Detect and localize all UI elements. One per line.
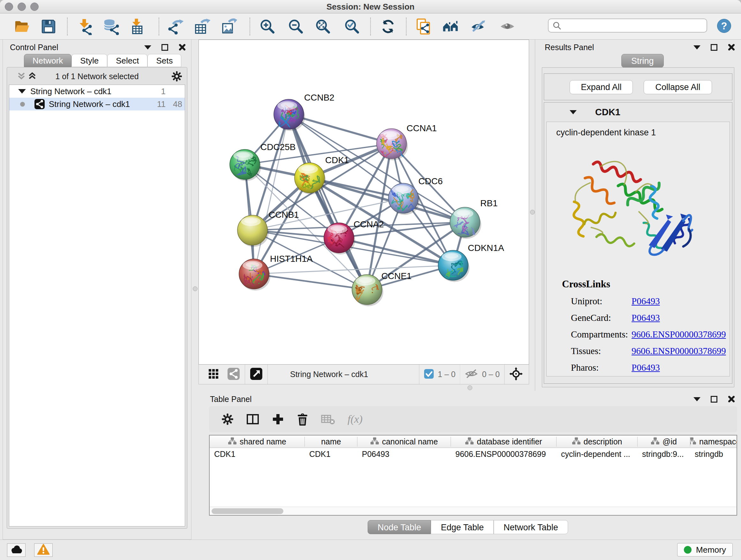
network-edge[interactable]	[254, 274, 367, 290]
table-cell[interactable]: P06493	[357, 448, 451, 460]
column-header-namespace[interactable]: namespace	[690, 435, 737, 448]
hide-selected-button[interactable]	[471, 19, 485, 34]
memory-button[interactable]: Memory	[677, 543, 733, 557]
first-neighbors-button[interactable]	[444, 19, 458, 34]
show-columns-button[interactable]	[246, 413, 259, 426]
expand-collapse-icon[interactable]	[18, 89, 26, 94]
crosslink-link[interactable]: P06493	[631, 313, 660, 323]
network-tree-row[interactable]: String Network – cdk11	[9, 85, 185, 98]
table-cell[interactable]: 9606.ENSP00000378699	[451, 448, 556, 460]
zoom-out-button[interactable]	[289, 19, 303, 34]
shared-column-icon	[572, 437, 581, 447]
hidden-count: 0 – 0	[482, 370, 500, 379]
delete-column-button[interactable]	[296, 413, 309, 426]
column-header-database-identifier[interactable]: database identifier	[451, 435, 556, 448]
export-network-button[interactable]	[169, 19, 183, 34]
show-all-button[interactable]	[500, 19, 515, 34]
clone-network-button[interactable]	[416, 19, 430, 34]
crosslink-link[interactable]: P06493	[631, 362, 660, 373]
save-session-button[interactable]	[42, 19, 56, 34]
tab-node-table[interactable]: Node Table	[367, 520, 431, 534]
zoom-selected-button[interactable]	[345, 19, 359, 34]
apply-layout-button[interactable]	[381, 19, 395, 34]
column-header-canonical-name[interactable]: canonical name	[357, 435, 451, 448]
expand-all-button[interactable]: Expand All	[569, 80, 633, 94]
import-table-button[interactable]	[130, 19, 144, 34]
crosslink-link[interactable]: 9606.ENSP00000378699	[631, 329, 726, 340]
column-header-name[interactable]: name	[305, 435, 357, 448]
detach-view-button[interactable]	[250, 367, 263, 382]
crosslink-link[interactable]: P06493	[631, 296, 660, 307]
tab-string[interactable]: String	[621, 54, 664, 68]
left-splitter-handle[interactable]	[193, 287, 198, 291]
network-node-CDC6[interactable]: CDC6	[388, 176, 443, 215]
export-image-button[interactable]	[222, 19, 236, 34]
results-panel-title: Results Panel	[545, 43, 594, 52]
float-panel-icon[interactable]	[711, 44, 718, 51]
panel-menu-icon[interactable]	[144, 45, 151, 50]
table-cell[interactable]: CDK1	[210, 448, 305, 460]
panel-menu-icon[interactable]	[693, 397, 700, 401]
column-header-@id[interactable]: @id	[637, 435, 690, 448]
zoom-fit-button[interactable]	[316, 19, 330, 34]
column-label: description	[584, 437, 622, 446]
tab-sets[interactable]: Sets	[147, 54, 181, 67]
node-label: CDC6	[418, 176, 443, 186]
crosslink-link[interactable]: 9606.ENSP00000378699	[631, 346, 726, 356]
column-label: namespace	[699, 437, 737, 446]
column-header-description[interactable]: description	[556, 435, 637, 448]
gene-entry-header[interactable]: CDK1	[544, 103, 732, 122]
network-tree-row[interactable]: String Network – cdk11148	[9, 98, 185, 111]
table-horizontal-scrollbar[interactable]	[210, 507, 737, 515]
table-options-gear-icon[interactable]	[221, 413, 234, 426]
export-table-button[interactable]	[195, 19, 209, 34]
selected-items-icon[interactable]	[424, 369, 434, 380]
add-column-button[interactable]	[272, 413, 284, 426]
tab-network[interactable]: Network	[24, 54, 71, 67]
shared-column-icon	[690, 437, 696, 447]
cloud-status-button[interactable]	[7, 543, 25, 557]
close-panel-icon[interactable]	[728, 395, 735, 403]
network-options-gear-icon[interactable]	[171, 71, 183, 83]
bottom-splitter-handle[interactable]	[468, 385, 472, 390]
string-app-icon	[34, 99, 45, 112]
gene-description: cyclin-dependent kinase 1	[556, 128, 656, 138]
network-node-CCNA1[interactable]: CCNA1	[377, 123, 437, 160]
tab-network-table[interactable]: Network Table	[494, 520, 568, 534]
collapse-all-button[interactable]: Collapse All	[644, 80, 712, 94]
network-node-CDKN1A[interactable]: CDKN1A	[438, 243, 504, 282]
delete-table-button	[321, 414, 335, 425]
right-splitter-handle[interactable]	[530, 210, 535, 214]
show-grid-button[interactable]	[207, 368, 220, 381]
column-header-shared-name[interactable]: shared name	[210, 435, 305, 448]
zoom-in-button[interactable]	[260, 19, 274, 34]
network-node-RB1[interactable]: RB1	[450, 198, 497, 239]
help-button[interactable]: ?	[717, 19, 731, 33]
float-panel-icon[interactable]	[711, 396, 718, 402]
table-cell[interactable]: stringdb:9...	[637, 448, 690, 460]
network-overview-button[interactable]	[227, 367, 240, 382]
network-view-canvas[interactable]: CCNB2 CCNA1 CDC25B CDK1	[199, 40, 529, 365]
search-input[interactable]	[561, 19, 706, 32]
selected-count: 1 – 0	[438, 370, 456, 379]
table-cell[interactable]: cyclin-dependent ...	[556, 448, 637, 460]
import-network-from-database-button[interactable]	[104, 19, 118, 34]
warnings-button[interactable]	[34, 543, 53, 557]
float-panel-icon[interactable]	[161, 44, 168, 51]
close-panel-icon[interactable]	[728, 44, 735, 51]
tab-select[interactable]: Select	[107, 54, 147, 67]
close-panel-icon[interactable]	[179, 44, 186, 51]
control-panel: Control Panel NetworkStyleSelectSets 1 o…	[3, 40, 192, 540]
tab-edge-table[interactable]: Edge Table	[431, 520, 494, 534]
table-cell[interactable]: CDK1	[305, 448, 357, 460]
collapse-entry-icon[interactable]	[569, 110, 577, 114]
open-file-button[interactable]	[15, 19, 29, 34]
panel-menu-icon[interactable]	[693, 45, 700, 50]
import-network-button[interactable]	[77, 19, 91, 34]
column-label: database identifier	[477, 437, 542, 446]
tab-style[interactable]: Style	[71, 54, 107, 67]
table-cell[interactable]: stringdb	[690, 448, 737, 460]
scrollbar-thumb[interactable]	[212, 508, 283, 514]
network-node-CCNE1[interactable]: CCNE1	[352, 271, 412, 306]
birdseye-view-button[interactable]	[509, 367, 523, 382]
